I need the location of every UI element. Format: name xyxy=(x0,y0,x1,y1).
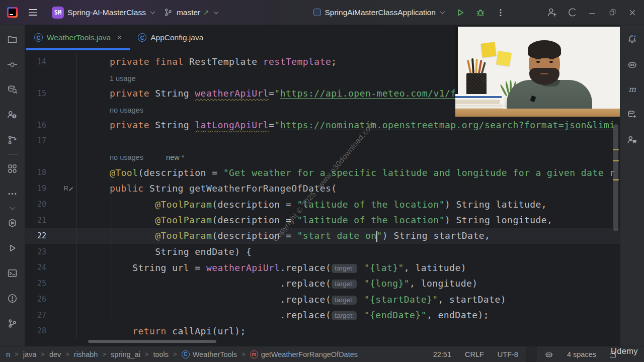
code-with-me-button[interactable] xyxy=(544,5,559,20)
search-database-icon[interactable] xyxy=(4,81,21,98)
chevron-down-icon xyxy=(150,9,155,14)
rename-gutter-icon[interactable]: R xyxy=(46,180,77,197)
line-number[interactable]: 14 xyxy=(25,57,46,66)
line-number[interactable]: 23 xyxy=(25,247,46,256)
ai-status-robot-icon[interactable] xyxy=(544,350,553,359)
code-line[interactable]: 22 @ToolParam(description = "start date … xyxy=(25,228,620,244)
version-control-icon[interactable] xyxy=(4,315,21,332)
line-number[interactable]: 25 xyxy=(25,279,46,288)
vertical-scrollbar[interactable] xyxy=(613,124,618,231)
breadcrumb-item[interactable]: dev xyxy=(49,350,61,358)
branch-selector[interactable]: master ↗ xyxy=(159,5,222,20)
line-number[interactable]: 16 xyxy=(25,121,46,130)
notifications-bell-icon[interactable] xyxy=(624,31,641,48)
breadcrumb-separator: > xyxy=(41,350,45,358)
close-window-button[interactable] xyxy=(625,5,640,20)
close-tab-icon[interactable]: × xyxy=(117,33,122,42)
horizontal-scrollbar[interactable] xyxy=(88,340,216,343)
tab-weathertools[interactable]: C WeatherTools.java × xyxy=(26,25,130,50)
plugins-grid-icon[interactable] xyxy=(4,160,21,177)
code-line[interactable]: 18@Tool(description = "Get weather for a… xyxy=(25,165,620,181)
code-text: @ToolParam(description = "latitude of th… xyxy=(77,199,547,210)
file-encoding[interactable]: UTF-8 xyxy=(498,350,518,358)
chevron-down-icon xyxy=(213,9,218,14)
right-toolbar: m xyxy=(620,25,644,346)
restore-button[interactable] xyxy=(605,5,620,20)
project-folder-icon[interactable] xyxy=(4,31,21,48)
line-number[interactable]: 15 xyxy=(25,89,46,98)
sync-button[interactable] xyxy=(565,5,580,20)
code-line[interactable]: 21 @ToolParam(description = "latitude of… xyxy=(25,212,620,228)
code-text: 1 usage xyxy=(77,72,136,83)
code-text: public String getWeatherForRangeOfDates( xyxy=(77,183,337,194)
line-number[interactable]: 18 xyxy=(25,168,46,177)
breadcrumb-item[interactable]: rishabh xyxy=(74,350,98,358)
presenter-mouth xyxy=(540,73,548,74)
status-separator xyxy=(526,346,537,362)
breadcrumb-item[interactable]: CWeatherTools xyxy=(182,350,237,358)
line-number[interactable]: 24 xyxy=(25,263,46,272)
people-help-icon[interactable]: ? xyxy=(4,106,21,123)
gutter xyxy=(46,149,77,165)
minimize-button[interactable] xyxy=(585,5,600,20)
problems-icon[interactable] xyxy=(4,290,21,307)
line-number[interactable]: 26 xyxy=(25,295,46,304)
lock-widget[interactable]: Udemy xyxy=(610,351,639,358)
run-configuration-selector[interactable]: SpringAiMasterClassApplication xyxy=(309,6,449,20)
run-config-icon xyxy=(313,9,321,16)
breadcrumb-item[interactable]: mgetWeatherForRangeOfDates xyxy=(250,350,358,358)
indent-setting[interactable]: 4 spaces xyxy=(567,350,596,358)
run-tool-icon[interactable] xyxy=(4,239,21,256)
breadcrumb-item[interactable]: n xyxy=(6,350,10,358)
more-tool-windows-icon[interactable] xyxy=(4,185,21,202)
line-number[interactable]: 21 xyxy=(25,216,46,225)
code-line[interactable]: 24 String url = weatherApiUrl.replace(ta… xyxy=(25,260,620,276)
main-menu-button[interactable] xyxy=(24,6,42,18)
book xyxy=(455,100,500,104)
line-number[interactable]: 22 xyxy=(25,231,46,240)
code-line[interactable]: 23 String endDate) { xyxy=(25,244,620,260)
code-line[interactable]: 26 .replace(target: "{startDate}", start… xyxy=(25,292,620,308)
code-line[interactable]: 27 .replace(target: "{endDate}", endDate… xyxy=(25,307,620,323)
warning-stripe-mark[interactable] xyxy=(613,149,619,150)
code-line[interactable]: 20 @ToolParam(description = "latitude of… xyxy=(25,197,620,213)
code-line[interactable]: 28 return callApi(url); xyxy=(25,323,620,339)
caret-position[interactable]: 22:51 xyxy=(433,350,451,358)
warning-stripe-mark[interactable] xyxy=(613,160,619,161)
code-line[interactable]: 17 xyxy=(25,133,620,149)
code-line[interactable]: 16private String latLongApiUrl="https://… xyxy=(25,117,620,133)
svg-text:?: ? xyxy=(13,114,15,118)
maven-icon[interactable]: m xyxy=(624,81,641,98)
breadcrumb-item[interactable]: tools xyxy=(153,350,169,358)
run-button[interactable] xyxy=(452,5,469,20)
line-number[interactable]: 20 xyxy=(25,200,46,209)
debug-button[interactable] xyxy=(472,5,489,20)
breadcrumb-item[interactable]: spring_ai xyxy=(111,350,140,358)
database-sparkle-icon[interactable] xyxy=(624,106,641,123)
code-line[interactable]: 25 .replace(target: "{long}", longitude) xyxy=(25,276,620,292)
line-number[interactable]: 19 xyxy=(25,184,46,193)
line-separator[interactable]: CRLF xyxy=(465,350,484,358)
breadcrumb-label: WeatherTools xyxy=(193,350,237,358)
inlay-hint-row[interactable]: no usages new * xyxy=(25,149,620,165)
warning-stripe-mark[interactable] xyxy=(613,179,619,180)
tab-appconfig[interactable]: C AppConfig.java xyxy=(130,25,211,50)
commit-icon[interactable] xyxy=(4,56,21,73)
terminal-icon[interactable] xyxy=(4,264,21,282)
ai-assistant-robot-icon[interactable] xyxy=(624,56,641,73)
more-actions-button[interactable] xyxy=(492,5,509,20)
breadcrumb-separator: > xyxy=(102,350,106,358)
project-selector[interactable]: SM Spring-AI-MasterClass xyxy=(47,4,159,21)
code-line[interactable]: 19Rpublic String getWeatherForRangeOfDat… xyxy=(25,180,620,197)
collapse-chevron-icon[interactable] xyxy=(10,204,15,210)
people-chat-icon[interactable] xyxy=(624,131,641,148)
line-number[interactable]: 17 xyxy=(25,136,46,145)
gutter xyxy=(46,323,77,339)
project-badge: SM xyxy=(52,7,64,19)
line-number[interactable]: 28 xyxy=(25,326,46,335)
kebab-menu-icon xyxy=(496,8,506,18)
line-number[interactable]: 27 xyxy=(25,311,46,320)
git-graph-icon[interactable] xyxy=(4,131,21,148)
profiler-icon[interactable] xyxy=(4,214,21,231)
breadcrumb-item[interactable]: java xyxy=(23,350,37,358)
